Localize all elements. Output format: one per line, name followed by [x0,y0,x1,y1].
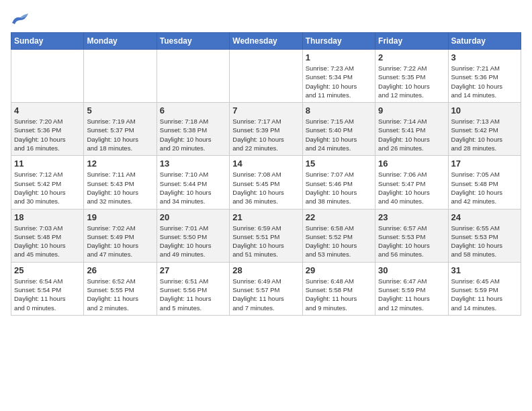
calendar-cell: 29Sunrise: 6:48 AM Sunset: 5:58 PM Dayli… [302,262,375,315]
calendar-header-monday: Monday [84,33,157,50]
calendar-table: SundayMondayTuesdayWednesdayThursdayFrid… [11,32,521,316]
calendar-cell: 14Sunrise: 7:08 AM Sunset: 5:45 PM Dayli… [230,156,302,209]
calendar-cell: 25Sunrise: 6:54 AM Sunset: 5:54 PM Dayli… [11,262,84,315]
day-number: 16 [378,158,445,169]
day-number: 25 [14,265,81,275]
day-info: Sunrise: 7:21 AM Sunset: 5:36 PM Dayligh… [451,64,518,99]
day-info: Sunrise: 7:17 AM Sunset: 5:39 PM Dayligh… [232,117,299,152]
calendar-header-row: SundayMondayTuesdayWednesdayThursdayFrid… [11,33,521,50]
day-info: Sunrise: 7:12 AM Sunset: 5:42 PM Dayligh… [14,170,81,205]
calendar-cell: 10Sunrise: 7:13 AM Sunset: 5:42 PM Dayli… [448,103,521,156]
day-number: 31 [451,265,518,275]
day-number: 1 [306,52,372,62]
calendar-cell: 26Sunrise: 6:52 AM Sunset: 5:55 PM Dayli… [84,262,157,315]
day-info: Sunrise: 6:54 AM Sunset: 5:54 PM Dayligh… [14,277,81,312]
day-info: Sunrise: 6:49 AM Sunset: 5:57 PM Dayligh… [232,277,299,312]
day-info: Sunrise: 7:14 AM Sunset: 5:41 PM Dayligh… [378,117,445,152]
calendar-header-thursday: Thursday [302,33,375,50]
day-info: Sunrise: 6:45 AM Sunset: 5:59 PM Dayligh… [451,277,518,312]
day-number: 7 [232,105,299,116]
calendar-cell: 20Sunrise: 7:01 AM Sunset: 5:50 PM Dayli… [157,209,229,262]
day-number: 9 [378,105,445,116]
day-number: 6 [160,105,226,116]
day-info: Sunrise: 7:18 AM Sunset: 5:38 PM Dayligh… [160,117,226,152]
calendar-header-tuesday: Tuesday [157,33,229,50]
calendar-header-sunday: Sunday [11,33,84,50]
calendar-cell: 6Sunrise: 7:18 AM Sunset: 5:38 PM Daylig… [157,103,229,156]
calendar-cell: 23Sunrise: 6:57 AM Sunset: 5:53 PM Dayli… [375,209,448,262]
day-number: 11 [14,158,81,169]
day-info: Sunrise: 6:48 AM Sunset: 5:58 PM Dayligh… [306,277,372,312]
calendar-cell: 22Sunrise: 6:58 AM Sunset: 5:52 PM Dayli… [302,209,375,262]
calendar-week-row: 11Sunrise: 7:12 AM Sunset: 5:42 PM Dayli… [11,156,521,209]
calendar-cell: 9Sunrise: 7:14 AM Sunset: 5:41 PM Daylig… [375,103,448,156]
day-info: Sunrise: 6:47 AM Sunset: 5:59 PM Dayligh… [378,277,445,312]
day-info: Sunrise: 7:08 AM Sunset: 5:45 PM Dayligh… [232,170,299,205]
day-info: Sunrise: 6:55 AM Sunset: 5:53 PM Dayligh… [451,224,518,259]
day-number: 22 [306,212,372,222]
calendar-cell: 19Sunrise: 7:02 AM Sunset: 5:49 PM Dayli… [84,209,157,262]
day-number: 21 [232,212,299,222]
day-number: 18 [14,212,81,222]
day-number: 4 [14,105,81,116]
day-number: 30 [378,265,445,275]
calendar-header-friday: Friday [375,33,448,50]
logo [11,11,32,26]
day-info: Sunrise: 7:03 AM Sunset: 5:48 PM Dayligh… [14,224,81,259]
calendar-cell: 8Sunrise: 7:15 AM Sunset: 5:40 PM Daylig… [302,103,375,156]
day-info: Sunrise: 7:15 AM Sunset: 5:40 PM Dayligh… [306,117,372,152]
calendar-cell: 21Sunrise: 6:59 AM Sunset: 5:51 PM Dayli… [230,209,302,262]
calendar-cell: 5Sunrise: 7:19 AM Sunset: 5:37 PM Daylig… [84,103,157,156]
logo-icon [11,11,30,26]
calendar-header-wednesday: Wednesday [230,33,302,50]
calendar-cell: 12Sunrise: 7:11 AM Sunset: 5:43 PM Dayli… [84,156,157,209]
calendar-cell: 1Sunrise: 7:23 AM Sunset: 5:34 PM Daylig… [302,50,375,103]
day-info: Sunrise: 7:05 AM Sunset: 5:48 PM Dayligh… [451,170,518,205]
page-header [11,11,521,26]
day-number: 13 [160,158,226,169]
day-number: 24 [451,212,518,222]
day-number: 20 [160,212,226,222]
day-info: Sunrise: 7:13 AM Sunset: 5:42 PM Dayligh… [451,117,518,152]
calendar-week-row: 18Sunrise: 7:03 AM Sunset: 5:48 PM Dayli… [11,209,521,262]
calendar-cell: 7Sunrise: 7:17 AM Sunset: 5:39 PM Daylig… [230,103,302,156]
day-number: 26 [87,265,153,275]
day-info: Sunrise: 7:11 AM Sunset: 5:43 PM Dayligh… [87,170,153,205]
calendar-cell [84,50,157,103]
day-info: Sunrise: 7:23 AM Sunset: 5:34 PM Dayligh… [306,64,372,99]
day-info: Sunrise: 6:51 AM Sunset: 5:56 PM Dayligh… [160,277,226,312]
day-info: Sunrise: 7:20 AM Sunset: 5:36 PM Dayligh… [14,117,81,152]
day-info: Sunrise: 6:57 AM Sunset: 5:53 PM Dayligh… [378,224,445,259]
day-info: Sunrise: 7:22 AM Sunset: 5:35 PM Dayligh… [378,64,445,99]
day-number: 19 [87,212,153,222]
calendar-week-row: 4Sunrise: 7:20 AM Sunset: 5:36 PM Daylig… [11,103,521,156]
day-info: Sunrise: 7:02 AM Sunset: 5:49 PM Dayligh… [87,224,153,259]
day-info: Sunrise: 6:52 AM Sunset: 5:55 PM Dayligh… [87,277,153,312]
calendar-cell: 31Sunrise: 6:45 AM Sunset: 5:59 PM Dayli… [448,262,521,315]
calendar-cell: 13Sunrise: 7:10 AM Sunset: 5:44 PM Dayli… [157,156,229,209]
calendar-cell [230,50,302,103]
calendar-cell: 28Sunrise: 6:49 AM Sunset: 5:57 PM Dayli… [230,262,302,315]
day-number: 28 [232,265,299,275]
day-number: 8 [306,105,372,116]
calendar-cell: 30Sunrise: 6:47 AM Sunset: 5:59 PM Dayli… [375,262,448,315]
day-info: Sunrise: 7:07 AM Sunset: 5:46 PM Dayligh… [306,170,372,205]
calendar-cell: 15Sunrise: 7:07 AM Sunset: 5:46 PM Dayli… [302,156,375,209]
day-info: Sunrise: 7:06 AM Sunset: 5:47 PM Dayligh… [378,170,445,205]
day-number: 2 [378,52,445,62]
day-number: 15 [306,158,372,169]
calendar-cell: 3Sunrise: 7:21 AM Sunset: 5:36 PM Daylig… [448,50,521,103]
calendar-cell: 18Sunrise: 7:03 AM Sunset: 5:48 PM Dayli… [11,209,84,262]
day-number: 3 [451,52,518,62]
day-info: Sunrise: 7:01 AM Sunset: 5:50 PM Dayligh… [160,224,226,259]
day-number: 23 [378,212,445,222]
day-number: 29 [306,265,372,275]
day-number: 10 [451,105,518,116]
calendar-header-saturday: Saturday [448,33,521,50]
calendar-cell [157,50,229,103]
calendar-cell: 4Sunrise: 7:20 AM Sunset: 5:36 PM Daylig… [11,103,84,156]
calendar-cell: 17Sunrise: 7:05 AM Sunset: 5:48 PM Dayli… [448,156,521,209]
day-info: Sunrise: 6:58 AM Sunset: 5:52 PM Dayligh… [306,224,372,259]
day-number: 27 [160,265,226,275]
calendar-cell: 11Sunrise: 7:12 AM Sunset: 5:42 PM Dayli… [11,156,84,209]
